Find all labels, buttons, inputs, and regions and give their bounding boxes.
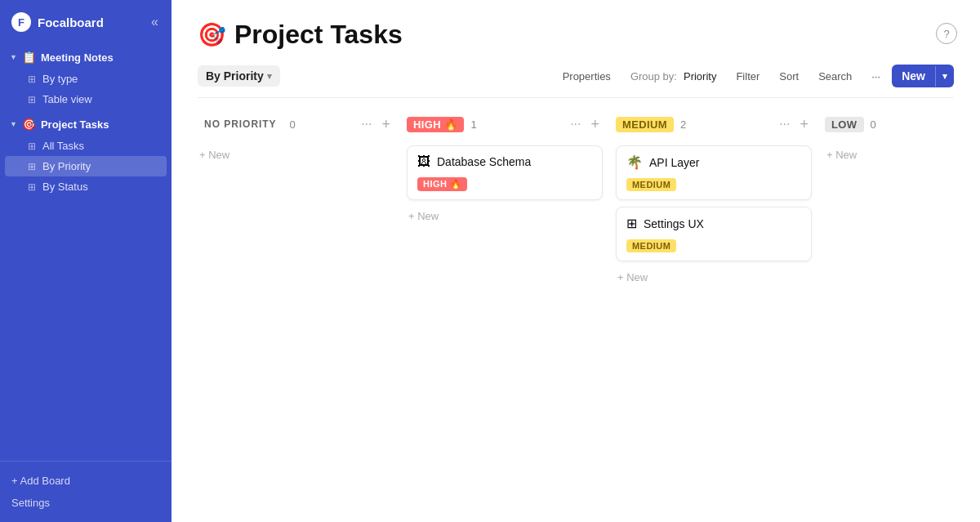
page-icon: 🎯 xyxy=(198,21,226,48)
no-priority-more-icon[interactable]: ··· xyxy=(358,115,375,133)
column-medium: MEDIUM 2 ··· + 🌴 API Layer MEDIUM ⊞ Sett… xyxy=(616,111,812,509)
sidebar-group-meeting-notes-label: Meeting Notes xyxy=(41,51,114,64)
grid-icon-3: ⊞ xyxy=(28,141,36,152)
medium-label: MEDIUM xyxy=(616,117,674,132)
sidebar-item-by-priority[interactable]: ⊞ By Priority xyxy=(5,156,167,176)
sidebar-item-table-view[interactable]: ⊞ Table view xyxy=(5,89,167,109)
sidebar-meeting-notes-section: ▼ 📋 Meeting Notes ⊞ By type ⊞ Table view xyxy=(0,44,172,111)
add-board-button[interactable]: + Add Board xyxy=(11,470,160,492)
high-actions: ··· + xyxy=(567,114,603,135)
sidebar-item-table-view-label: Table view xyxy=(42,93,92,105)
view-selector-label: By Priority xyxy=(206,69,264,83)
column-low-header: LOW 0 ··· + xyxy=(825,111,980,137)
no-priority-add-icon[interactable]: + xyxy=(378,114,394,135)
chevron-down-icon: ▼ xyxy=(10,53,17,61)
card-database-schema[interactable]: 🖼 Database Schema HIGH 🔥 xyxy=(407,145,603,200)
no-priority-new-card-label: + New xyxy=(199,149,229,161)
search-button[interactable]: Search xyxy=(810,66,860,87)
card-api-layer[interactable]: 🌴 API Layer MEDIUM xyxy=(616,145,812,200)
card-settings-ux[interactable]: ⊞ Settings UX MEDIUM xyxy=(616,207,812,261)
card-database-schema-title-row: 🖼 Database Schema xyxy=(417,154,592,169)
sort-label: Sort xyxy=(779,70,799,83)
medium-count: 2 xyxy=(680,118,686,131)
sidebar-project-tasks-section: ▼ 🎯 Project Tasks ⊞ All Tasks ⊞ By Prior… xyxy=(0,111,172,199)
card-database-schema-title: Database Schema xyxy=(437,155,531,168)
medium-actions: ··· + xyxy=(776,114,812,135)
settings-label: Settings xyxy=(11,497,50,509)
more-options-button[interactable]: ··· xyxy=(863,66,889,87)
sidebar-group-meeting-notes[interactable]: ▼ 📋 Meeting Notes xyxy=(0,46,172,69)
sidebar-item-by-status-label: By Status xyxy=(42,181,88,193)
logo-icon: F xyxy=(11,12,31,32)
more-icon: ··· xyxy=(871,70,880,83)
filter-label: Filter xyxy=(736,70,760,83)
no-priority-new-card-button[interactable]: + New xyxy=(198,145,394,164)
view-selector[interactable]: By Priority ▾ xyxy=(198,65,280,87)
view-selector-chevron-icon: ▾ xyxy=(267,71,272,82)
properties-button[interactable]: Properties xyxy=(555,66,619,87)
group-by-value: Priority xyxy=(684,70,716,83)
card-settings-ux-title-row: ⊞ Settings UX xyxy=(626,216,801,231)
meeting-notes-icon: 📋 xyxy=(22,51,36,64)
main-content: ? 🎯 Project Tasks By Priority ▾ Properti… xyxy=(172,0,980,522)
properties-label: Properties xyxy=(563,70,611,83)
project-tasks-icon: 🎯 xyxy=(22,118,36,131)
column-high: HIGH 🔥 1 ··· + 🖼 Database Schema HIGH 🔥 … xyxy=(407,111,603,509)
board: NO PRIORITY 0 ··· + + New HIGH 🔥 1 ··· + xyxy=(172,98,980,522)
card-api-layer-icon: 🌴 xyxy=(626,154,643,170)
low-new-card-button[interactable]: + New xyxy=(825,145,980,164)
column-low: LOW 0 ··· + + New xyxy=(825,111,980,509)
collapse-button[interactable]: « xyxy=(148,11,162,33)
high-add-icon[interactable]: + xyxy=(587,114,603,135)
column-medium-header: MEDIUM 2 ··· + xyxy=(616,111,812,137)
sidebar: F Focalboard « ▼ 📋 Meeting Notes ⊞ By ty… xyxy=(0,0,172,522)
new-button[interactable]: New ▾ xyxy=(892,65,954,87)
group-by-button[interactable]: Group by: Priority xyxy=(622,66,725,87)
medium-new-card-button[interactable]: + New xyxy=(616,268,812,287)
add-board-label: + Add Board xyxy=(11,475,70,487)
card-api-layer-title-row: 🌴 API Layer xyxy=(626,154,801,170)
sidebar-item-by-type[interactable]: ⊞ By type xyxy=(5,69,167,89)
new-button-label: New xyxy=(892,65,935,87)
toolbar: By Priority ▾ Properties Group by: Prior… xyxy=(198,65,954,98)
sidebar-header: F Focalboard « xyxy=(0,0,172,44)
low-new-card-label: + New xyxy=(826,149,857,161)
grid-icon: ⊞ xyxy=(28,74,36,85)
card-database-schema-tag: HIGH 🔥 xyxy=(417,177,467,191)
column-no-priority-header: NO PRIORITY 0 ··· + xyxy=(198,111,394,137)
high-label: HIGH 🔥 xyxy=(407,117,464,132)
card-database-schema-icon: 🖼 xyxy=(417,154,430,169)
filter-button[interactable]: Filter xyxy=(728,66,768,87)
page-title: Project Tasks xyxy=(234,20,403,50)
sort-button[interactable]: Sort xyxy=(771,66,807,87)
new-button-chevron-icon[interactable]: ▾ xyxy=(935,66,954,87)
medium-more-icon[interactable]: ··· xyxy=(776,115,793,133)
sidebar-item-all-tasks-label: All Tasks xyxy=(42,140,84,152)
low-label: LOW xyxy=(825,117,864,132)
settings-button[interactable]: Settings xyxy=(11,492,160,514)
high-new-card-button[interactable]: + New xyxy=(407,207,603,225)
high-new-card-label: + New xyxy=(408,210,439,222)
grid-icon-2: ⊞ xyxy=(28,94,36,105)
grid-icon-5: ⊞ xyxy=(28,181,36,193)
sidebar-group-project-tasks-label: Project Tasks xyxy=(41,118,109,131)
high-count: 1 xyxy=(470,118,476,131)
main-header: 🎯 Project Tasks By Priority ▾ Properties… xyxy=(172,0,980,98)
sidebar-group-project-tasks[interactable]: ▼ 🎯 Project Tasks xyxy=(0,113,172,136)
medium-add-icon[interactable]: + xyxy=(796,114,812,135)
card-api-layer-title: API Layer xyxy=(649,156,699,169)
search-label: Search xyxy=(818,70,852,83)
page-title-row: 🎯 Project Tasks xyxy=(198,20,954,50)
card-settings-ux-icon: ⊞ xyxy=(626,216,637,231)
grid-icon-4: ⊞ xyxy=(28,161,36,172)
sidebar-bottom: + Add Board Settings xyxy=(0,461,172,522)
sidebar-item-all-tasks[interactable]: ⊞ All Tasks xyxy=(5,136,167,156)
card-settings-ux-tag: MEDIUM xyxy=(626,239,676,252)
sidebar-item-by-status[interactable]: ⊞ By Status xyxy=(5,176,167,197)
column-high-header: HIGH 🔥 1 ··· + xyxy=(407,111,603,137)
column-no-priority: NO PRIORITY 0 ··· + + New xyxy=(198,111,394,509)
app-logo: F Focalboard xyxy=(11,12,104,32)
high-more-icon[interactable]: ··· xyxy=(567,115,584,133)
chevron-down-icon-2: ▼ xyxy=(10,120,17,128)
app-name: Focalboard xyxy=(38,16,104,29)
